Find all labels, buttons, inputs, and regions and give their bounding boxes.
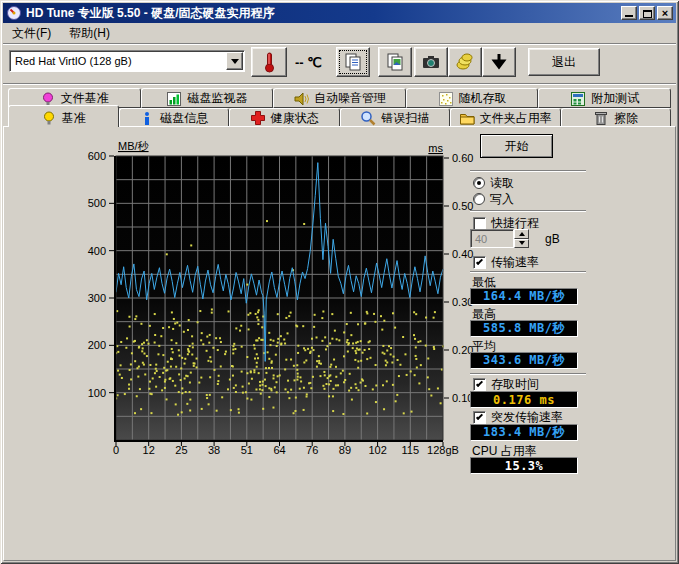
tab-row-bottom: 基准 磁盘信息 健康状态 错误扫描 文件夹占用率 xyxy=(8,108,671,127)
drive-selector[interactable]: Red Hat VirtIO (128 gB) xyxy=(9,50,245,72)
donate-button[interactable] xyxy=(448,47,482,77)
menu-item-help[interactable]: 帮助(H) xyxy=(60,23,119,44)
extra-tests-icon xyxy=(570,91,586,107)
read-radio[interactable]: 读取 xyxy=(473,176,514,190)
svg-text:12: 12 xyxy=(143,444,155,456)
tab-disk-monitor[interactable]: 磁盘监视器 xyxy=(141,88,274,108)
copy-text-icon xyxy=(343,52,363,72)
chevron-down-icon[interactable] xyxy=(226,52,243,70)
down-arrow-icon xyxy=(490,52,508,72)
tab-random-access[interactable]: 随机存取 xyxy=(406,88,539,108)
svg-text:128gB: 128gB xyxy=(427,444,459,456)
temperature-button[interactable] xyxy=(251,47,287,77)
avg-value-lcd: 343.6 MB/秒 xyxy=(470,352,578,369)
start-button[interactable]: 开始 xyxy=(480,134,553,158)
svg-text:600: 600 xyxy=(88,150,106,162)
access-time-lcd: 0.176 ms xyxy=(470,391,578,408)
minimize-icon xyxy=(625,15,633,17)
radio-icon xyxy=(473,193,485,205)
temperature-readout: -- ℃ xyxy=(295,55,322,70)
app-icon[interactable] xyxy=(6,5,22,21)
checkmark-icon xyxy=(476,379,483,386)
divider xyxy=(3,83,676,85)
radio-icon xyxy=(473,177,485,189)
tab-health[interactable]: 健康状态 xyxy=(229,108,340,127)
benchmark-icon xyxy=(41,110,57,126)
benchmark-chart: 012253851647689102115128gB60050040030020… xyxy=(10,133,480,465)
screenshot-button[interactable] xyxy=(414,47,448,77)
speaker-icon xyxy=(293,91,309,107)
svg-text:102: 102 xyxy=(368,444,386,456)
svg-text:MB/秒: MB/秒 xyxy=(118,140,150,152)
transfer-rate-checkbox[interactable]: 传输速率 xyxy=(473,255,539,269)
toolbar: Red Hat VirtIO (128 gB) -- ℃ xyxy=(3,45,676,82)
tab-folder-usage[interactable]: 文件夹占用率 xyxy=(450,108,561,127)
maximize-button[interactable] xyxy=(639,6,655,20)
menu-bar: 文件(F) 帮助(H) xyxy=(3,24,676,43)
max-value-lcd: 585.8 MB/秒 xyxy=(470,320,578,337)
capacity-spinner: 40 gB xyxy=(470,229,560,248)
window-titlebar: HD Tune 专业版 5.50 - 硬盘/固态硬盘实用程序 × xyxy=(3,3,676,23)
checkbox-icon xyxy=(473,217,486,230)
separator xyxy=(470,170,586,172)
close-icon: × xyxy=(658,7,672,19)
tab-erase[interactable]: 擦除 xyxy=(561,108,672,127)
svg-text:51: 51 xyxy=(241,444,253,456)
thermometer-icon xyxy=(261,51,277,73)
copy-text-button[interactable] xyxy=(336,47,370,77)
tab-noise-management[interactable]: 自动噪音管理 xyxy=(273,88,406,108)
chart-container: 012253851647689102115128gB60050040030020… xyxy=(10,133,480,465)
write-radio[interactable]: 写入 xyxy=(473,192,514,206)
min-value-lcd: 164.4 MB/秒 xyxy=(470,288,578,305)
svg-text:200: 200 xyxy=(88,339,106,351)
checkmark-icon xyxy=(476,412,483,419)
svg-text:89: 89 xyxy=(339,444,351,456)
folder-icon xyxy=(459,110,475,126)
checkbox-icon xyxy=(473,411,486,424)
drive-selector-value: Red Hat VirtIO (128 gB) xyxy=(10,55,226,67)
svg-text:100: 100 xyxy=(88,387,106,399)
cpu-usage-lcd: 15.3% xyxy=(470,457,578,474)
capacity-field[interactable]: 40 xyxy=(470,229,514,248)
camera-icon xyxy=(421,53,441,71)
maximize-icon xyxy=(643,10,652,18)
bar-chart-icon xyxy=(166,91,182,107)
burst-rate-checkbox[interactable]: 突发传输速率 xyxy=(473,410,563,424)
menu-item-file[interactable]: 文件(F) xyxy=(3,23,60,44)
window-title: HD Tune 专业版 5.50 - 硬盘/固态硬盘实用程序 xyxy=(26,5,274,22)
svg-text:76: 76 xyxy=(306,444,318,456)
random-dots-icon xyxy=(438,91,454,107)
copy-image-button[interactable] xyxy=(378,47,412,77)
spinner-down-button[interactable] xyxy=(514,239,529,249)
capacity-unit-label: gB xyxy=(545,232,560,246)
separator xyxy=(470,271,586,273)
tab-disk-info[interactable]: 磁盘信息 xyxy=(119,108,230,127)
tab-benchmark[interactable]: 基准 xyxy=(8,105,119,127)
svg-text:25: 25 xyxy=(175,444,187,456)
tab-error-scan[interactable]: 错误扫描 xyxy=(340,108,451,127)
separator xyxy=(470,210,586,212)
svg-text:0: 0 xyxy=(113,444,119,456)
checkmark-icon xyxy=(476,257,483,264)
short-stroke-checkbox[interactable]: 快捷行程 xyxy=(473,216,539,230)
svg-text:64: 64 xyxy=(273,444,285,456)
spinner-up-button[interactable] xyxy=(514,229,529,239)
tab-extra-tests[interactable]: 附加测试 xyxy=(538,88,671,108)
svg-text:500: 500 xyxy=(88,197,106,209)
close-button[interactable]: × xyxy=(657,6,673,20)
info-icon xyxy=(139,110,155,126)
burst-rate-lcd: 183.4 MB/秒 xyxy=(470,424,578,441)
checkbox-icon xyxy=(473,256,486,269)
health-cross-icon xyxy=(250,110,266,126)
app-window: HD Tune 专业版 5.50 - 硬盘/固态硬盘实用程序 × 文件(F) 帮… xyxy=(0,0,679,564)
checkbox-icon xyxy=(473,378,486,391)
control-panel: 开始 读取 写入 快捷行程 40 gB 传输速率 最低 xyxy=(470,132,676,480)
access-time-checkbox[interactable]: 存取时间 xyxy=(473,377,539,391)
svg-text:ms: ms xyxy=(428,142,443,154)
exit-button[interactable]: 退出 xyxy=(528,48,600,76)
save-results-button[interactable] xyxy=(482,47,516,77)
svg-text:38: 38 xyxy=(208,444,220,456)
minimize-button[interactable] xyxy=(621,6,637,20)
svg-text:400: 400 xyxy=(88,245,106,257)
svg-text:115: 115 xyxy=(402,444,420,456)
